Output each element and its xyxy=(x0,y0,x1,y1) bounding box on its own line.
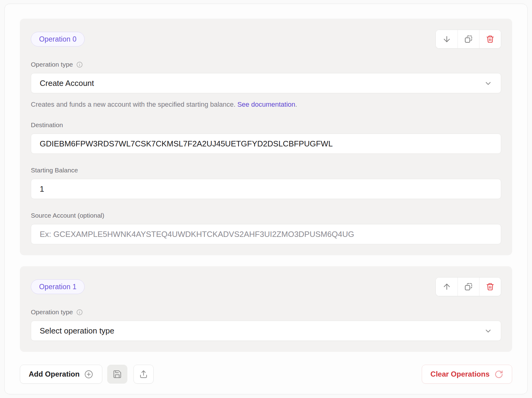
operation-0-actions xyxy=(435,30,501,49)
starting-balance-input[interactable] xyxy=(31,179,501,199)
operation-1-header: Operation 1 xyxy=(31,277,501,296)
clear-operations-label: Clear Operations xyxy=(431,370,490,378)
destination-field: Destination xyxy=(31,121,501,154)
operation-type-field: Operation type Create Account Creates an… xyxy=(31,61,501,109)
add-operation-label: Add Operation xyxy=(29,370,80,378)
chevron-down-icon xyxy=(484,327,492,335)
clear-operations-button[interactable]: Clear Operations xyxy=(422,365,512,384)
save-operations-button[interactable] xyxy=(107,365,127,384)
duplicate-button[interactable] xyxy=(457,278,479,296)
see-documentation-link[interactable]: See documentation xyxy=(237,101,295,108)
arrow-up-icon xyxy=(442,282,451,291)
transaction-operations-panel: Operation 0 xyxy=(4,4,528,394)
operation-type-select[interactable]: Create Account xyxy=(31,73,501,93)
source-account-input[interactable] xyxy=(31,224,501,244)
destination-label: Destination xyxy=(31,121,501,129)
operation-type-field: Operation type Select operation type xyxy=(31,308,501,341)
duplicate-icon xyxy=(464,282,473,291)
operation-type-selected-value: Create Account xyxy=(40,79,94,88)
operations-footer: Add Operation Clear Operations xyxy=(20,365,512,384)
trash-icon xyxy=(486,282,494,291)
operation-type-label: Operation type xyxy=(31,61,73,68)
operation-description: Creates and funds a new account with the… xyxy=(31,101,501,109)
operation-card-1: Operation 1 xyxy=(20,266,512,352)
trash-icon xyxy=(486,35,494,43)
delete-operation-button[interactable] xyxy=(479,278,501,296)
info-icon[interactable] xyxy=(76,309,83,316)
delete-operation-button[interactable] xyxy=(479,30,501,48)
add-operation-button[interactable]: Add Operation xyxy=(20,365,102,384)
plus-circle-icon xyxy=(84,370,93,379)
info-icon[interactable] xyxy=(76,61,83,68)
arrow-down-icon xyxy=(442,35,451,44)
refresh-icon xyxy=(494,370,503,379)
operation-type-label: Operation type xyxy=(31,308,73,316)
operation-0-badge: Operation 0 xyxy=(31,32,85,46)
move-down-button[interactable] xyxy=(436,30,457,48)
duplicate-button[interactable] xyxy=(457,30,479,48)
starting-balance-field: Starting Balance xyxy=(31,167,501,199)
destination-input[interactable] xyxy=(31,134,501,154)
operation-0-header: Operation 0 xyxy=(31,30,501,49)
duplicate-icon xyxy=(464,35,473,44)
starting-balance-label: Starting Balance xyxy=(31,167,501,174)
operation-type-select[interactable]: Select operation type xyxy=(31,321,501,341)
upload-operations-button[interactable] xyxy=(133,365,154,384)
save-icon xyxy=(113,370,122,379)
operation-card-0: Operation 0 xyxy=(20,19,512,255)
source-account-label: Source Account (optional) xyxy=(31,212,501,219)
operation-1-actions xyxy=(435,277,501,296)
source-account-field: Source Account (optional) xyxy=(31,212,501,244)
operation-1-badge: Operation 1 xyxy=(31,279,85,294)
move-up-button[interactable] xyxy=(436,278,457,296)
upload-icon xyxy=(139,370,148,379)
operation-type-selected-value: Select operation type xyxy=(40,326,114,336)
chevron-down-icon xyxy=(484,79,492,87)
